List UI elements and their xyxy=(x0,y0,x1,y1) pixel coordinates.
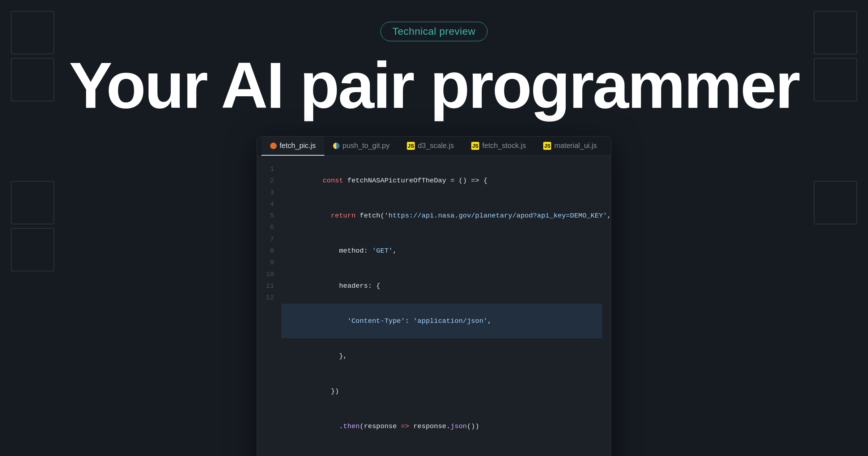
tab-icon-js-3: JS xyxy=(543,142,551,150)
tab-push-to-git[interactable]: push_to_git.py xyxy=(324,136,398,156)
code-line-7: }) xyxy=(281,373,602,409)
tab-d3-scale[interactable]: JS d3_scale.js xyxy=(398,136,463,156)
hero-title: Your AI pair programmer xyxy=(69,53,799,118)
tab-fetch-stock[interactable]: JS fetch_stock.js xyxy=(463,136,535,156)
code-line-1: const fetchNASAPictureOfTheDay = () => { xyxy=(281,163,602,198)
tab-label-fetch-pic: fetch_pic.js xyxy=(280,142,316,150)
tab-icon-js-2: JS xyxy=(471,142,479,150)
tab-label-fetch-stock: fetch_stock.js xyxy=(482,142,526,150)
code-text: const fetchNASAPictureOfTheDay = () => {… xyxy=(281,163,611,456)
tab-icon-py xyxy=(333,143,340,149)
editor-code-body: 1 2 3 4 5 6 7 8 9 10 11 12 const fetchNA… xyxy=(257,156,611,456)
tab-label-push-to-git: push_to_git.py xyxy=(342,142,390,150)
tab-fetch-pic[interactable]: fetch_pic.js xyxy=(261,136,324,156)
code-editor: fetch_pic.js push_to_git.py JS d3_scale.… xyxy=(257,136,611,456)
code-line-2: return fetch('https://api.nasa.gov/plane… xyxy=(281,198,602,233)
editor-tab-bar: fetch_pic.js push_to_git.py JS d3_scale.… xyxy=(257,136,611,156)
code-line-9: .then(json => { xyxy=(281,444,602,456)
tab-label-material-ui: material_ui.js xyxy=(554,142,597,150)
badge-label: Technical preview xyxy=(392,26,476,37)
code-line-3: method: 'GET', xyxy=(281,233,602,269)
code-line-5: 'Content-Type': 'application/json', xyxy=(281,304,602,339)
tab-label-d3-scale: d3_scale.js xyxy=(418,142,454,150)
code-line-4: headers: { xyxy=(281,269,602,304)
code-line-6: }, xyxy=(281,338,602,373)
code-line-8: .then(response => response.json()) xyxy=(281,409,602,444)
line-numbers: 1 2 3 4 5 6 7 8 9 10 11 12 xyxy=(257,163,281,456)
tab-material-ui[interactable]: JS material_ui.js xyxy=(535,136,605,156)
tab-icon-js-1: JS xyxy=(407,142,415,150)
technical-preview-badge: Technical preview xyxy=(380,22,488,41)
tab-icon-js-orange xyxy=(270,143,277,149)
